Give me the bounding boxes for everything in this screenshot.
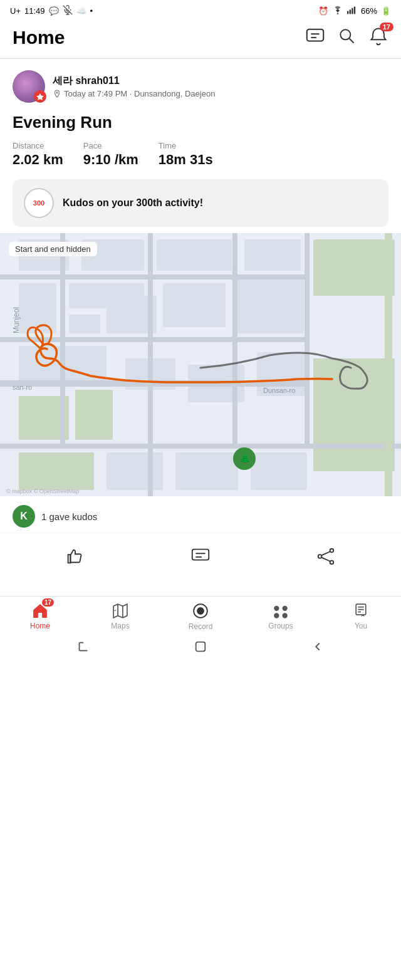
page-title: Home [13, 27, 65, 48]
nav-item-groups[interactable]: Groups [256, 602, 306, 630]
svg-text:Munjeol: Munjeol [12, 307, 21, 333]
status-right: ⏰ 66% 🔋 [318, 6, 391, 16]
kudos-avatar-letter: K [20, 511, 28, 522]
svg-rect-4 [350, 9, 351, 14]
pace-label: Pace [83, 141, 138, 150]
stat-pace: Pace 9:10 /km [83, 141, 138, 168]
user-meta: 세라 shrah011 Today at 7:49 PM · Dunsandon… [53, 75, 388, 98]
svg-line-59 [321, 551, 330, 555]
maps-label: Maps [111, 622, 129, 630]
svg-line-60 [321, 558, 330, 561]
svg-rect-6 [354, 6, 355, 14]
cloud-icon: ☁️ [76, 6, 86, 16]
app-header: Home 17 [0, 19, 401, 58]
svg-point-65 [274, 606, 279, 611]
time-label: 11:49 [24, 6, 45, 16]
nav-item-maps[interactable]: Maps [95, 602, 145, 630]
mute-icon [63, 5, 73, 17]
svg-rect-34 [19, 452, 94, 490]
notification-count: 17 [380, 23, 393, 31]
alarm-icon: ⏰ [318, 6, 328, 16]
home-badge: 17 [42, 598, 54, 607]
svg-rect-36 [175, 452, 238, 490]
svg-rect-7 [307, 29, 323, 41]
map-label: Start and end hidden [9, 242, 97, 256]
svg-rect-53 [192, 550, 209, 560]
svg-point-58 [330, 561, 334, 565]
activity-title: Evening Run [13, 113, 388, 132]
home-label: Home [30, 622, 50, 630]
map-svg: Munjeol san-ro Dunsan-ro 🌲 © mapbox © Op… [0, 233, 401, 496]
svg-rect-29 [75, 390, 113, 440]
svg-point-13 [56, 91, 58, 93]
svg-point-56 [330, 549, 334, 553]
svg-marker-12 [36, 93, 44, 100]
svg-rect-23 [69, 315, 100, 333]
status-bar: U+ 11:49 💬 ☁️ • ⏰ 66% 🔋 [0, 0, 401, 19]
recents-button[interactable] [311, 640, 325, 656]
time-label: Time [159, 141, 213, 150]
nav-item-record[interactable]: Record [175, 602, 226, 631]
back-button[interactable] [76, 640, 90, 656]
svg-rect-19 [244, 239, 301, 271]
battery-icon: 🔋 [381, 6, 391, 16]
header-icons: 17 [305, 26, 388, 50]
groups-label: Groups [268, 622, 293, 630]
home-icon-wrap: 17 [31, 602, 49, 620]
kudos-giver-avatar: K [13, 505, 35, 528]
svg-rect-76 [196, 642, 206, 652]
user-name: 세라 shrah011 [53, 75, 388, 88]
user-badge [34, 90, 46, 103]
maps-icon-wrap [112, 602, 129, 620]
pace-value: 9:10 /km [83, 152, 138, 168]
battery-label: 66% [361, 6, 377, 16]
kudos-badge: 300 [24, 188, 54, 218]
record-icon-wrap [191, 602, 210, 620]
svg-rect-35 [107, 452, 163, 490]
notification-button[interactable]: 17 [368, 26, 388, 49]
svg-point-57 [318, 555, 322, 558]
groups-icon-wrap [271, 602, 290, 620]
kudos-button[interactable] [49, 541, 101, 572]
record-label: Record [189, 622, 213, 631]
svg-point-66 [283, 606, 288, 611]
user-info: 세라 shrah011 Today at 7:49 PM · Dunsandon… [13, 70, 388, 103]
svg-rect-20 [313, 239, 395, 296]
distance-value: 2.02 km [13, 152, 63, 168]
user-location: Today at 7:49 PM · Dunsandong, Daejeon [53, 89, 388, 98]
feed-card: 세라 shrah011 Today at 7:49 PM · Dunsandon… [0, 59, 401, 233]
kudos-count-text: 1 gave kudos [41, 511, 97, 522]
map-container[interactable]: Start and end hidden [0, 233, 401, 496]
svg-point-64 [197, 608, 204, 614]
kudos-text: Kudos on your 300th activity! [63, 197, 203, 209]
comment-button[interactable] [175, 541, 226, 572]
search-button[interactable] [337, 26, 357, 49]
svg-rect-26 [235, 277, 304, 333]
svg-rect-33 [313, 358, 395, 471]
nav-item-you[interactable]: You [336, 602, 386, 630]
you-icon-wrap [352, 602, 370, 620]
share-button[interactable] [300, 541, 352, 572]
carrier-label: U+ [10, 6, 21, 16]
action-row [0, 533, 401, 583]
svg-point-67 [274, 613, 279, 618]
location-time-text: Today at 7:49 PM · Dunsandong, Daejeon [64, 89, 215, 98]
svg-text:san-ro: san-ro [13, 383, 32, 391]
talk-icon: 💬 [49, 6, 59, 16]
svg-point-68 [283, 613, 288, 618]
kudos-count-row: K 1 gave kudos [0, 496, 401, 533]
wifi-icon [332, 6, 343, 16]
svg-line-11 [350, 39, 354, 43]
nav-item-home[interactable]: 17 Home [15, 602, 65, 630]
kudos-banner: 300 Kudos on your 300th activity! [13, 179, 388, 227]
spacer [0, 583, 401, 596]
chat-button[interactable] [305, 26, 326, 50]
home-button[interactable] [194, 640, 207, 656]
system-nav [0, 633, 401, 665]
svg-point-10 [340, 29, 350, 39]
dot-icon: • [90, 6, 93, 16]
avatar-wrap [13, 70, 45, 103]
kudos-badge-text: 300 [33, 199, 44, 207]
bottom-nav: 17 Home Maps Record [0, 596, 401, 633]
svg-rect-37 [251, 452, 307, 490]
